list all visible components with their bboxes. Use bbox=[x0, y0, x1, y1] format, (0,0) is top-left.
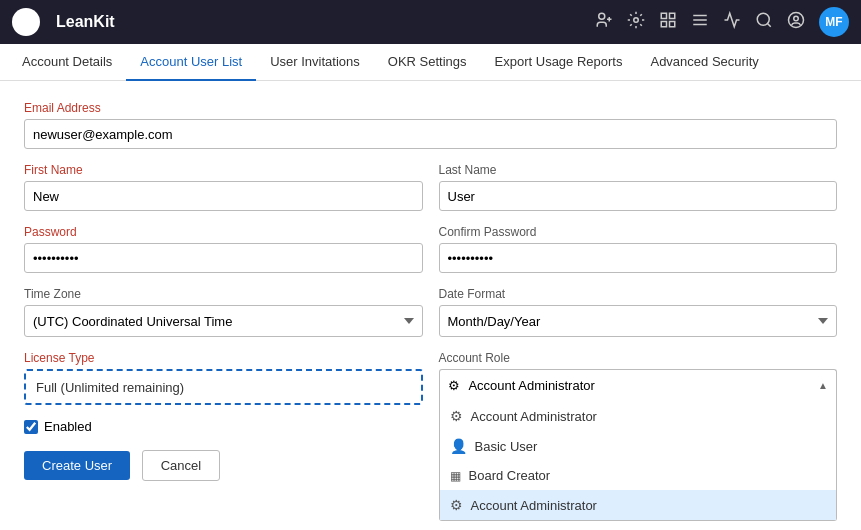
main-content: Email Address First Name Last Name Passw… bbox=[0, 81, 861, 501]
dropdown-label-account-admin-2: Account Administrator bbox=[471, 498, 597, 513]
tab-advanced-security[interactable]: Advanced Security bbox=[636, 44, 772, 81]
tab-account-details[interactable]: Account Details bbox=[8, 44, 126, 81]
tab-bar: Account Details Account User List User I… bbox=[0, 44, 861, 81]
first-name-label: First Name bbox=[24, 163, 423, 177]
chart-icon[interactable] bbox=[723, 11, 741, 33]
email-field[interactable] bbox=[24, 119, 837, 149]
svg-rect-2 bbox=[27, 18, 29, 23]
account-admin-icon-2: ⚙ bbox=[450, 497, 463, 513]
dropdown-label-basic-user: Basic User bbox=[475, 439, 538, 454]
password-field[interactable] bbox=[24, 243, 423, 273]
dropdown-item-basic-user[interactable]: 👤 Basic User bbox=[440, 431, 837, 461]
cancel-button[interactable]: Cancel bbox=[142, 450, 220, 481]
svg-rect-9 bbox=[661, 22, 666, 27]
license-type-box: Full (Unlimited remaining) bbox=[24, 369, 423, 405]
timezone-row: Time Zone (UTC) Coordinated Universal Ti… bbox=[24, 287, 423, 337]
svg-point-11 bbox=[757, 13, 769, 25]
date-format-label: Date Format bbox=[439, 287, 838, 301]
password-row-item: Password bbox=[24, 225, 423, 273]
create-user-button[interactable]: Create User bbox=[24, 451, 130, 480]
last-name-field[interactable] bbox=[439, 181, 838, 211]
last-name-label: Last Name bbox=[439, 163, 838, 177]
form-actions: Create User Cancel bbox=[24, 450, 423, 481]
license-type-value: Full (Unlimited remaining) bbox=[36, 380, 184, 395]
search-icon[interactable] bbox=[755, 11, 773, 33]
navbar-actions: MF bbox=[595, 7, 849, 37]
svg-point-0 bbox=[19, 15, 33, 29]
account-admin-icon-1: ⚙ bbox=[450, 408, 463, 424]
dropdown-item-board-creator[interactable]: ▦ Board Creator bbox=[440, 461, 837, 490]
password-label: Password bbox=[24, 225, 423, 239]
chevron-up-icon: ▲ bbox=[818, 380, 828, 391]
tab-okr-settings[interactable]: OKR Settings bbox=[374, 44, 481, 81]
basic-user-icon: 👤 bbox=[450, 438, 467, 454]
svg-rect-7 bbox=[661, 13, 666, 18]
date-format-row: Date Format Month/Day/Year bbox=[439, 287, 838, 337]
confirm-password-row: Confirm Password bbox=[439, 225, 838, 273]
enabled-checkbox[interactable] bbox=[24, 420, 38, 434]
svg-rect-10 bbox=[670, 22, 675, 27]
enabled-row: Enabled bbox=[24, 419, 423, 434]
email-label: Email Address bbox=[24, 101, 837, 115]
first-name-field[interactable] bbox=[24, 181, 423, 211]
svg-point-3 bbox=[599, 13, 605, 19]
account-role-row: Account Role ⚙ Account Administrator ▲ ⚙… bbox=[439, 351, 838, 401]
timezone-select[interactable]: (UTC) Coordinated Universal Time bbox=[24, 305, 423, 337]
svg-line-12 bbox=[767, 23, 770, 26]
account-role-label: Account Role bbox=[439, 351, 838, 365]
license-type-label: License Type bbox=[24, 351, 423, 365]
account-role-dropdown: ⚙ Account Administrator 👤 Basic User ▦ B… bbox=[439, 401, 838, 521]
tab-account-user-list[interactable]: Account User List bbox=[126, 44, 256, 81]
timezone-label: Time Zone bbox=[24, 287, 423, 301]
confirm-password-label: Confirm Password bbox=[439, 225, 838, 239]
first-name-row: First Name bbox=[24, 163, 423, 211]
hierarchy-icon[interactable] bbox=[691, 11, 709, 33]
svg-rect-1 bbox=[23, 18, 25, 26]
dropdown-label-account-admin-1: Account Administrator bbox=[471, 409, 597, 424]
enabled-label: Enabled bbox=[44, 419, 92, 434]
tz-date-row: Time Zone (UTC) Coordinated Universal Ti… bbox=[24, 287, 837, 351]
tab-user-invitations[interactable]: User Invitations bbox=[256, 44, 374, 81]
app-logo[interactable] bbox=[12, 8, 40, 36]
dropdown-item-account-admin-2[interactable]: ⚙ Account Administrator bbox=[440, 490, 837, 520]
account-role-section: Account Role ⚙ Account Administrator ▲ ⚙… bbox=[439, 351, 838, 481]
svg-rect-8 bbox=[670, 13, 675, 18]
board-creator-icon: ▦ bbox=[450, 469, 461, 483]
svg-point-6 bbox=[634, 18, 639, 23]
last-name-row: Last Name bbox=[439, 163, 838, 211]
grid-icon[interactable] bbox=[659, 11, 677, 33]
name-row: First Name Last Name bbox=[24, 163, 837, 225]
app-title: LeanKit bbox=[56, 13, 579, 31]
user-avatar[interactable]: MF bbox=[819, 7, 849, 37]
date-format-select[interactable]: Month/Day/Year bbox=[439, 305, 838, 337]
svg-point-14 bbox=[794, 16, 799, 21]
license-role-row: License Type Full (Unlimited remaining) … bbox=[24, 351, 837, 481]
dropdown-item-account-admin-1[interactable]: ⚙ Account Administrator bbox=[440, 401, 837, 431]
account-role-container: ⚙ Account Administrator ▲ ⚙ Account Admi… bbox=[439, 369, 838, 401]
add-user-icon[interactable] bbox=[595, 11, 613, 33]
email-row: Email Address bbox=[24, 101, 837, 149]
license-type-section: License Type Full (Unlimited remaining) … bbox=[24, 351, 423, 481]
account-role-display[interactable]: ⚙ Account Administrator ▲ bbox=[439, 369, 838, 401]
password-row: Password Confirm Password bbox=[24, 225, 837, 287]
dropdown-label-board-creator: Board Creator bbox=[469, 468, 551, 483]
user-circle-icon[interactable] bbox=[787, 11, 805, 33]
settings-icon[interactable] bbox=[627, 11, 645, 33]
license-type-row: License Type Full (Unlimited remaining) bbox=[24, 351, 423, 405]
navbar: LeanKit MF bbox=[0, 0, 861, 44]
account-role-selected-value: ⚙ Account Administrator bbox=[448, 378, 595, 393]
tab-export-usage-reports[interactable]: Export Usage Reports bbox=[481, 44, 637, 81]
confirm-password-field[interactable] bbox=[439, 243, 838, 273]
